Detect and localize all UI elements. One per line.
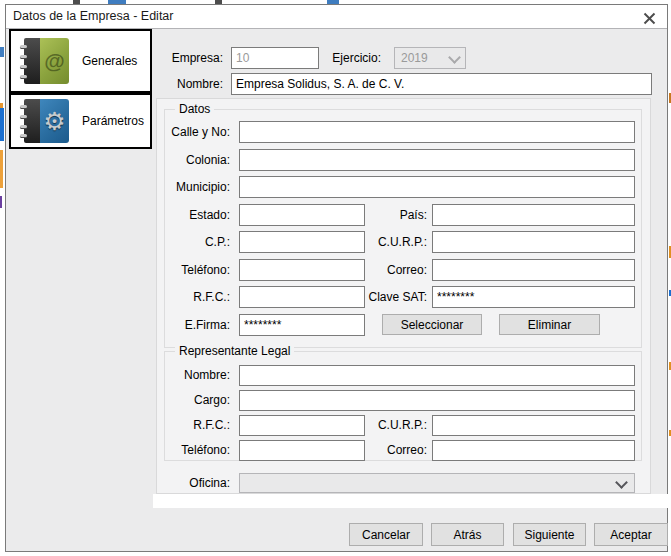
screen: Datos de la Empresa - Editar @ Generales <box>0 0 671 556</box>
atras-button[interactable]: Atrás <box>431 523 504 546</box>
close-button[interactable] <box>643 11 656 24</box>
cp-label: C.P.: <box>157 231 230 253</box>
empresa-label: Empresa: <box>161 47 223 69</box>
main-panel: Datos Calle y No: Colonia: Municipio: Es… <box>156 98 651 494</box>
seleccionar-button[interactable]: Seleccionar <box>382 314 482 335</box>
municipio-input[interactable] <box>239 176 635 198</box>
dialog-datos-empresa: Datos de la Empresa - Editar @ Generales <box>5 4 668 552</box>
rep-cargo-input[interactable] <box>239 390 635 411</box>
datos-group-title: Datos <box>175 102 214 117</box>
pais-label: País: <box>327 204 427 226</box>
separator-band <box>153 494 669 508</box>
clave-sat-label: Clave SAT: <box>327 286 427 308</box>
sidebar-item-generales[interactable]: @ Generales <box>9 29 152 93</box>
correo-label: Correo: <box>327 259 427 281</box>
title-bar: Datos de la Empresa - Editar <box>6 5 667 29</box>
rep-rfc-label: R.F.C.: <box>157 415 230 436</box>
estado-label: Estado: <box>157 204 230 226</box>
rep-nombre-input[interactable] <box>239 365 635 386</box>
colonia-label: Colonia: <box>157 149 230 171</box>
rep-correo-label: Correo: <box>327 440 427 461</box>
close-icon <box>643 12 656 25</box>
colonia-input[interactable] <box>239 149 635 171</box>
sidebar-item-parametros[interactable]: ⚙ Parámetros <box>9 93 152 149</box>
empresa-input[interactable] <box>231 47 319 69</box>
rfc-label: R.F.C.: <box>157 286 230 308</box>
curp-input[interactable] <box>432 231 635 253</box>
at-glyph: @ <box>44 49 64 73</box>
calle-input[interactable] <box>239 121 635 143</box>
calle-label: Calle y No: <box>157 121 230 143</box>
rep-curp-label: C.U.R.P.: <box>327 415 427 436</box>
efirma-input[interactable] <box>239 314 365 336</box>
oficina-label: Oficina: <box>157 473 230 493</box>
pais-input[interactable] <box>432 204 635 226</box>
siguiente-button[interactable]: Siguiente <box>513 523 586 546</box>
representante-group-title: Representante Legal <box>175 344 294 359</box>
background-artifact <box>0 108 4 141</box>
datos-group: Datos <box>164 109 642 348</box>
ejercicio-value: 2019 <box>401 51 428 65</box>
ejercicio-label: Ejercicio: <box>321 47 381 69</box>
sidebar-item-label: Generales <box>82 54 137 68</box>
gear-glyph: ⚙ <box>43 107 65 136</box>
correo-input[interactable] <box>432 259 635 281</box>
nombre-input[interactable] <box>231 73 652 95</box>
rep-cargo-label: Cargo: <box>157 390 230 411</box>
municipio-label: Municipio: <box>157 176 230 198</box>
rep-telefono-label: Teléfono: <box>157 440 230 461</box>
rep-correo-input[interactable] <box>432 440 635 461</box>
background-artifact <box>0 47 4 57</box>
rep-nombre-label: Nombre: <box>157 365 230 386</box>
curp-label: C.U.R.P.: <box>327 231 427 253</box>
telefono-label: Teléfono: <box>157 259 230 281</box>
oficina-dropdown[interactable] <box>239 473 635 493</box>
nombre-label: Nombre: <box>161 73 223 95</box>
clave-sat-input[interactable] <box>432 286 635 308</box>
background-artifact <box>0 196 2 208</box>
cancelar-button[interactable]: Cancelar <box>349 523 423 546</box>
rep-curp-input[interactable] <box>432 415 635 436</box>
gear-book-icon: ⚙ <box>20 99 69 143</box>
at-book-icon: @ <box>20 38 69 84</box>
background-artifact <box>0 150 3 188</box>
aceptar-button[interactable]: Aceptar <box>594 523 668 546</box>
sidebar-item-label: Parámetros <box>82 114 144 128</box>
efirma-label: E.Firma: <box>157 314 230 336</box>
eliminar-button[interactable]: Eliminar <box>499 314 600 335</box>
dialog-title: Datos de la Empresa - Editar <box>13 5 174 28</box>
